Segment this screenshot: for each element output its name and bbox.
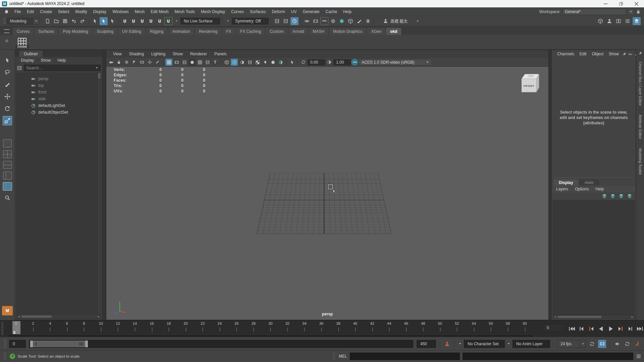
step-back-frame-button[interactable] — [578, 325, 586, 333]
bookmark-icon[interactable] — [131, 59, 138, 66]
layer-editor-tab[interactable]: Anim — [579, 179, 599, 186]
light-editor-icon[interactable] — [355, 17, 363, 25]
layout-four-view-icon[interactable] — [3, 150, 12, 158]
character-set-key-icon[interactable] — [443, 340, 451, 348]
menu-item[interactable]: Select — [55, 8, 72, 15]
menu-item[interactable]: Generate — [300, 8, 322, 15]
playback-loop-icon[interactable] — [588, 340, 596, 348]
rotate-tool-icon[interactable] — [3, 104, 12, 113]
menu-item[interactable]: Create — [37, 8, 55, 15]
menu-item[interactable]: Help — [340, 8, 355, 15]
grid-toggle-icon[interactable] — [165, 59, 172, 66]
viewport-menu-item[interactable]: Show — [169, 51, 186, 57]
layer-editor-menu-item[interactable]: Options — [572, 186, 592, 192]
layout-current-icon[interactable] — [3, 182, 12, 190]
menu-item[interactable]: Windows — [109, 8, 132, 15]
playblast-options-icon[interactable] — [598, 340, 606, 348]
shelf-tab[interactable]: Rigging — [146, 28, 168, 35]
lights-toggle-icon[interactable] — [262, 59, 269, 66]
gate-mask-icon[interactable] — [189, 59, 196, 66]
current-time-field[interactable]: 0 — [543, 324, 564, 332]
two-d-pan-zoom-icon[interactable] — [146, 59, 153, 66]
input-connections-icon[interactable] — [273, 17, 281, 25]
menu-item[interactable]: Deform — [269, 8, 288, 15]
new-empty-layer-icon[interactable] — [619, 193, 624, 199]
shelf-tab[interactable]: FX Caching — [236, 28, 265, 35]
channel-box-menu-item[interactable]: Edit — [577, 51, 589, 57]
move-layer-down-icon[interactable] — [610, 193, 615, 199]
script-editor-icon[interactable] — [636, 354, 641, 359]
viewport-canvas[interactable]: Verts: 0 0 0 Edges: 0 0 0 Faces: 0 0 0 — [106, 66, 548, 320]
viewport-menu-item[interactable]: Lighting — [148, 51, 169, 57]
toggle-channel-box-icon[interactable] — [614, 17, 623, 25]
undo-icon[interactable] — [70, 17, 78, 25]
menu-item[interactable]: Mesh Display — [198, 8, 228, 15]
range-start-handle[interactable] — [30, 341, 33, 347]
isolate-select-icon[interactable] — [288, 59, 296, 66]
menu-item[interactable]: Cache — [322, 8, 340, 15]
mute-audio-icon[interactable] — [613, 340, 621, 348]
menu-item[interactable]: Mesh Tools — [172, 8, 198, 15]
shelf-tab[interactable]: Sculpting — [93, 28, 117, 35]
move-layer-up-icon[interactable] — [602, 193, 607, 199]
new-layer-from-selected-icon[interactable] — [627, 193, 632, 199]
shelf-tab[interactable]: XGen — [367, 28, 385, 35]
snap-to-grid-icon[interactable] — [121, 17, 129, 25]
channel-box-menu-item[interactable]: Show — [606, 51, 622, 57]
restore-button[interactable] — [613, 0, 629, 7]
go-to-end-button[interactable] — [636, 325, 644, 333]
mel-command-input[interactable] — [350, 353, 460, 360]
outliner-item[interactable]: defaultLightSet — [17, 102, 101, 109]
outliner-item[interactable]: top — [17, 82, 101, 89]
outliner-tab[interactable]: Outliner — [19, 51, 43, 57]
toggle-attribute-editor-icon[interactable] — [624, 17, 632, 25]
snap-to-curve-icon[interactable] — [129, 17, 138, 25]
snap-to-projected-center-icon[interactable] — [147, 17, 155, 25]
shadows-toggle-icon[interactable] — [269, 59, 276, 66]
lasso-tool-icon[interactable] — [3, 68, 12, 77]
outliner-menu-item[interactable]: Show — [38, 57, 54, 63]
character-set-arrow-icon[interactable] — [458, 342, 462, 346]
open-scene-icon[interactable] — [52, 17, 60, 25]
view-transform-dropdown[interactable]: ACES 1.0 SDR-video (sRGB) — [359, 59, 432, 65]
panel-splitter[interactable] — [103, 50, 106, 320]
outliner-item[interactable]: defaultObjectSet — [17, 109, 101, 116]
toolbar-grip[interactable] — [3, 17, 5, 24]
select-hierarchy-icon[interactable] — [91, 17, 99, 25]
sync-playback-icon[interactable] — [623, 340, 631, 348]
menu-item[interactable]: Mesh — [132, 8, 148, 15]
shelf-tab[interactable]: UV Editing — [118, 28, 145, 35]
animation-start-field[interactable]: 0 — [9, 340, 26, 348]
film-gate-icon[interactable] — [173, 59, 180, 66]
toggle-workspace-sidebar-icon[interactable] — [633, 17, 641, 25]
sidebar-vertical-tab[interactable]: Modeling Toolkit — [638, 144, 642, 179]
fps-dropdown[interactable]: 24 fps — [557, 340, 586, 348]
safe-action-icon[interactable] — [204, 59, 211, 66]
paint-select-tool-icon[interactable] — [3, 80, 12, 89]
zoom-tool-icon[interactable] — [3, 193, 12, 202]
outliner-menu-item[interactable]: Help — [54, 57, 69, 63]
select-tool-icon[interactable] — [3, 56, 12, 65]
shelf-tab[interactable]: Motion Graphics — [329, 28, 366, 35]
shelf-tab[interactable]: Curves — [13, 28, 34, 35]
render-current-frame-icon[interactable] — [312, 17, 320, 25]
workspace-dropdown-arrow[interactable] — [628, 9, 634, 15]
exposure-field[interactable]: 0.00 — [308, 59, 325, 65]
outliner-horizontal-scrollbar[interactable]: ◄ ► — [16, 315, 101, 318]
live-surface-field[interactable]: No Live Surface — [180, 18, 220, 24]
step-forward-key-button[interactable] — [616, 325, 625, 333]
layer-editor-menu-item[interactable]: Layers — [553, 186, 571, 192]
menu-item[interactable]: Display — [90, 8, 109, 15]
render-settings-icon[interactable] — [329, 17, 337, 25]
time-slider-track[interactable]: 0246810121416182022242628303234363840424… — [8, 320, 533, 337]
shelf-tab[interactable]: Rendering — [195, 28, 221, 35]
shelf-tab[interactable]: Animation — [168, 28, 194, 35]
play-forwards-button[interactable] — [607, 325, 615, 333]
layer-editor-menu-item[interactable]: Help — [592, 186, 607, 192]
step-forward-frame-button[interactable] — [626, 325, 634, 333]
anim-layer-arrow-icon[interactable] — [507, 342, 511, 346]
range-slider-track[interactable]: 0 60 — [29, 340, 413, 348]
user-account-dropdown[interactable]: 髙橋 龍太 — [381, 17, 421, 24]
snap-to-view-plane-icon[interactable] — [156, 17, 164, 25]
shelf-tab[interactable]: MASH — [309, 28, 328, 35]
